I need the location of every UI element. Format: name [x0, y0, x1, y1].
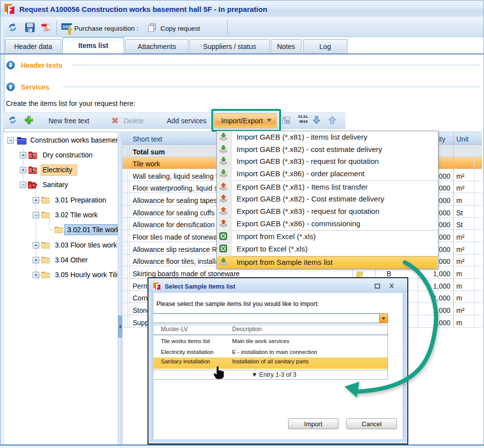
svg-text:L: L	[31, 183, 34, 188]
svg-text:L: L	[31, 167, 34, 173]
svg-text:L: L	[31, 152, 34, 158]
